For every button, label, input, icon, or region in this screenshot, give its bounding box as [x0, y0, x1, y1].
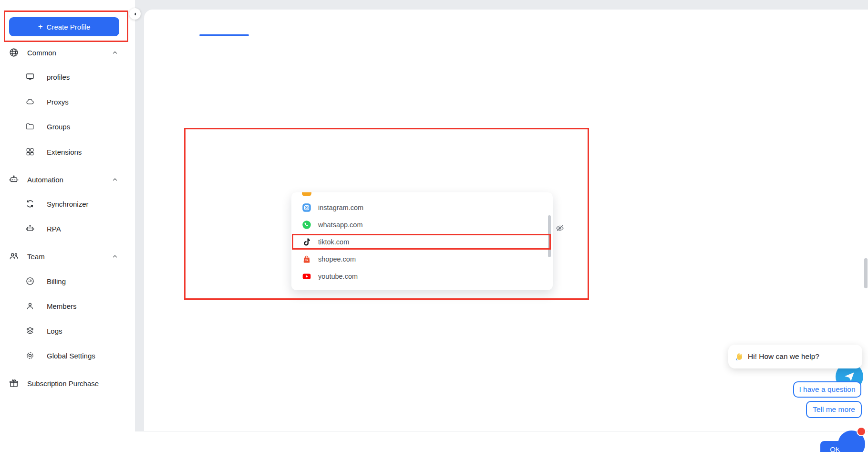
- folder-icon: [25, 122, 35, 131]
- sidebar-item-label: Members: [47, 302, 77, 310]
- sidebar-item-subscription-purchase[interactable]: Subscription Purchase: [0, 376, 135, 390]
- sidebar-item-rpa[interactable]: RPA: [0, 221, 135, 236]
- waving-hand-emoji-icon: [734, 352, 744, 361]
- gift-icon: [9, 378, 19, 389]
- sidebar-item-label: Synchronizer: [47, 200, 89, 208]
- team-icon: [9, 251, 19, 262]
- sidebar-item-label: Proxys: [47, 98, 69, 106]
- bottom-action-bar: [135, 431, 868, 452]
- sidebar-item-members[interactable]: Members: [0, 299, 135, 313]
- sidebar-item-logs[interactable]: Logs: [0, 324, 135, 338]
- chat-greeting-text: Hi! How can we help?: [748, 352, 819, 361]
- sync-icon: [25, 199, 35, 209]
- robot-icon: [9, 174, 19, 185]
- bind-account-highlight-box: [184, 128, 589, 300]
- sidebar-section-label: Team: [27, 252, 45, 261]
- create-profile-highlight-box: [4, 11, 128, 42]
- sidebar-item-billing[interactable]: Billing: [0, 274, 135, 288]
- sidebar-item-label: Billing: [47, 277, 66, 285]
- sidebar-section-label: Common: [27, 49, 56, 57]
- chat-question-button[interactable]: I have a question: [793, 381, 861, 398]
- sidebar-item-label: Groups: [47, 123, 70, 131]
- layers-icon: [25, 326, 35, 336]
- chevron-up-icon: [112, 49, 118, 56]
- sidebar-section-automation[interactable]: Automation: [0, 172, 135, 187]
- sidebar-item-label: Extensions: [47, 148, 82, 156]
- sidebar-item-synchronizer[interactable]: Synchronizer: [0, 197, 135, 211]
- gauge-icon: [25, 276, 35, 286]
- robot-icon: [25, 224, 35, 233]
- chevron-up-icon: [112, 253, 118, 260]
- tiktok-option-highlight-box: [292, 234, 551, 250]
- sidebar-item-label: Global Settings: [47, 352, 95, 360]
- chat-more-label: Tell me more: [813, 405, 855, 414]
- cloud-icon: [25, 97, 35, 106]
- sidebar-item-label: profiles: [47, 73, 70, 81]
- monitor-icon: [25, 72, 35, 82]
- gear-icon: [25, 351, 35, 360]
- window-scrollbar[interactable]: [864, 258, 868, 288]
- sidebar-item-global-settings[interactable]: Global Settings: [0, 348, 135, 363]
- sidebar-item-label: Logs: [47, 327, 62, 335]
- sidebar: + Create Profile Common profiles Proxys …: [0, 0, 135, 452]
- chat-notification-badge: [857, 427, 866, 436]
- chat-question-label: I have a question: [799, 385, 855, 394]
- sidebar-section-common[interactable]: Common: [0, 45, 135, 60]
- person-icon: [25, 301, 35, 311]
- grid-icon: [25, 147, 35, 157]
- sidebar-item-profiles[interactable]: profiles: [0, 70, 135, 84]
- sidebar-collapse-button[interactable]: [129, 8, 141, 20]
- sidebar-section-team[interactable]: Team: [0, 249, 135, 263]
- sidebar-item-label: RPA: [47, 225, 61, 233]
- chat-greeting-bubble[interactable]: Hi! How can we help?: [728, 345, 862, 368]
- sidebar-item-groups[interactable]: Groups: [0, 119, 135, 134]
- active-tab-underline: [199, 34, 249, 36]
- sidebar-item-extensions[interactable]: Extensions: [0, 145, 135, 159]
- triangle-left-icon: [133, 12, 137, 16]
- chevron-up-icon: [112, 176, 118, 183]
- globe-icon: [9, 47, 19, 58]
- chat-more-button[interactable]: Tell me more: [806, 401, 862, 418]
- sidebar-item-label: Subscription Purchase: [27, 379, 99, 388]
- sidebar-item-proxys[interactable]: Proxys: [0, 95, 135, 109]
- sidebar-section-label: Automation: [27, 176, 63, 184]
